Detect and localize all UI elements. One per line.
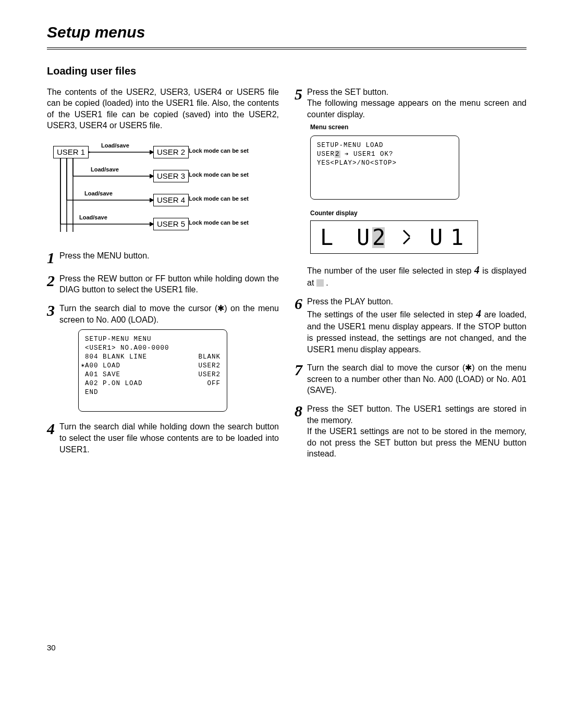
- loadsave-label: Load/save: [79, 214, 107, 221]
- menu-line: SETUP-MENU MENU: [85, 335, 221, 344]
- step-5-note: The number of the user file selected in …: [307, 263, 527, 289]
- step-number: 6: [295, 296, 307, 355]
- setup-menu-box-1: SETUP-MENU MENU <USER1> NO.A00-0000 804 …: [78, 329, 227, 412]
- loadsave-label: Load/save: [101, 142, 129, 150]
- step-number: 3: [47, 303, 59, 325]
- step-text: Turn the search dial while holding down …: [59, 421, 279, 455]
- step-number: 2: [47, 273, 59, 295]
- step-7: 7 Turn the search dial to move the curso…: [295, 362, 527, 396]
- user4-box: USER 4: [153, 194, 189, 206]
- lock-label: Lock mode can be set: [189, 195, 256, 203]
- menu-line: YES<PLAY>/NO<STOP>: [317, 159, 452, 168]
- step-6: 6 Press the PLAY button. The settings of…: [295, 296, 527, 355]
- step-text: Turn the search dial to move the cursor …: [307, 362, 527, 396]
- step-text: Press the SET button. The USER1 settings…: [307, 403, 527, 460]
- step-text: Turn the search dial to move the cursor …: [59, 303, 279, 325]
- section-heading: Loading user files: [47, 64, 527, 78]
- step-5: 5 Press the SET button. The following me…: [295, 87, 527, 120]
- step-4: 4 Turn the search dial while holding dow…: [47, 421, 279, 455]
- step-text: Press the SET button. The following mess…: [307, 87, 527, 120]
- menu-line: A01 SAVEUSER2: [85, 371, 221, 379]
- user2-box: USER 2: [153, 146, 189, 158]
- user5-box: USER 5: [153, 218, 189, 230]
- menu-line: END: [85, 388, 221, 397]
- menu-line: SETUP-MENU LOAD: [317, 141, 452, 150]
- loadsave-label: Load/save: [91, 166, 119, 174]
- menu-screen-caption: Menu screen: [310, 123, 527, 131]
- step-text: Press the MENU button.: [59, 250, 279, 266]
- loadsave-label: Load/save: [84, 190, 113, 198]
- counter-display-caption: Counter display: [310, 209, 527, 217]
- seg-u1: U: [430, 225, 443, 250]
- user1-box: USER 1: [53, 146, 89, 158]
- page-number: 30: [47, 643, 279, 653]
- right-column: 5 Press the SET button. The following me…: [295, 87, 527, 653]
- step-number: 8: [295, 403, 307, 460]
- step-number: 5: [295, 87, 307, 120]
- user-file-diagram: USER 1 USER 2 USER 3 USER 4 USER 5 Load/…: [49, 141, 268, 240]
- menu-line: <USER1> NO.A00-0000: [85, 344, 221, 353]
- step-number: 4: [47, 421, 59, 455]
- page-title: Setup menus: [47, 22, 527, 43]
- menu-line: ✶A00 LOADUSER2: [85, 362, 221, 371]
- step-2: 2 Press the REW button or FF button whil…: [47, 273, 279, 295]
- step-number: 1: [47, 250, 59, 266]
- step-text: Press the PLAY button. The settings of t…: [307, 296, 527, 355]
- step-8: 8 Press the SET button. The USER1 settin…: [295, 403, 527, 460]
- intro-text: The contents of the USER2, USER3, USER4 …: [47, 87, 279, 131]
- step-3: 3 Turn the search dial to move the curso…: [47, 303, 279, 325]
- seg-2: 2: [372, 225, 385, 250]
- step-text: Press the REW button or FF button while …: [59, 273, 279, 295]
- user3-box: USER 3: [153, 170, 189, 182]
- grey-square-icon: [316, 279, 324, 287]
- menu-line: A02 P.ON LOADOFF: [85, 379, 221, 388]
- seg-u1b: 1: [450, 225, 463, 250]
- step-number: 7: [295, 362, 307, 396]
- seg-l: L: [320, 225, 333, 250]
- lock-label: Lock mode can be set: [189, 147, 256, 155]
- left-column: The contents of the USER2, USER3, USER4 …: [47, 87, 279, 653]
- title-rule: [47, 47, 527, 50]
- svg-line-12: [403, 238, 410, 244]
- counter-display: L U 2 U 1: [310, 220, 478, 254]
- step-1: 1 Press the MENU button.: [47, 250, 279, 266]
- lock-label: Lock mode can be set: [189, 219, 256, 227]
- menu-line: USER2 ➔ USER1 OK?: [317, 150, 452, 159]
- setup-menu-box-2: SETUP-MENU LOAD USER2 ➔ USER1 OK? YES<PL…: [310, 135, 459, 200]
- lock-label: Lock mode can be set: [189, 171, 256, 179]
- seg-u: U: [357, 225, 370, 250]
- svg-line-11: [403, 230, 410, 237]
- menu-line: 804 BLANK LINEBLANK: [85, 353, 221, 362]
